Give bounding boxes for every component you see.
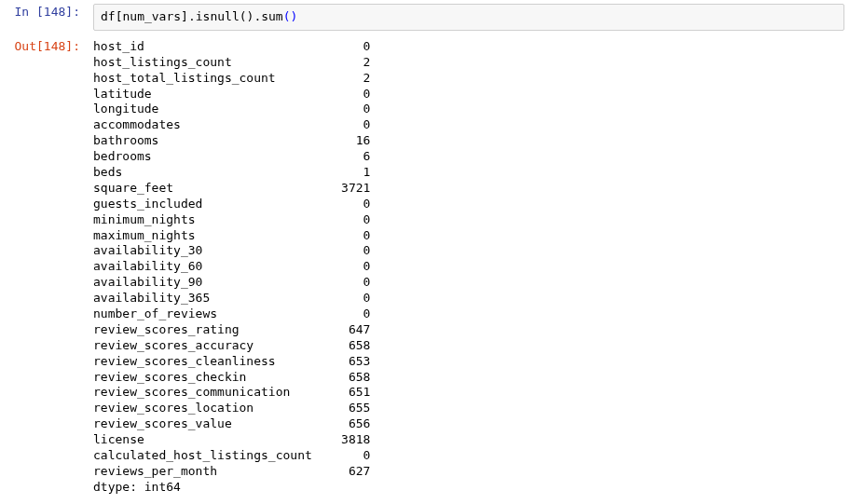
code-token: df bbox=[101, 9, 116, 23]
code-input[interactable]: df[num_vars].isnull().sum() bbox=[93, 4, 844, 31]
code-token: () bbox=[283, 9, 298, 23]
code-token: ] bbox=[181, 9, 188, 23]
input-area-wrap: df[num_vars].isnull().sum() bbox=[88, 0, 850, 34]
code-line: df[num_vars].isnull().sum() bbox=[101, 9, 297, 23]
output-prompt: Out[148]: bbox=[0, 34, 88, 59]
code-token: . bbox=[188, 9, 196, 23]
output-text: host_id 0 host_listings_count 2 host_tot… bbox=[88, 34, 850, 500]
input-cell: In [148]: df[num_vars].isnull().sum() bbox=[0, 0, 850, 34]
output-cell: Out[148]: host_id 0 host_listings_count … bbox=[0, 34, 850, 500]
code-token: sum bbox=[261, 9, 282, 23]
code-token: num_vars bbox=[122, 9, 181, 23]
code-token: () bbox=[240, 9, 254, 23]
input-prompt: In [148]: bbox=[0, 0, 88, 24]
code-token: isnull bbox=[196, 9, 240, 23]
